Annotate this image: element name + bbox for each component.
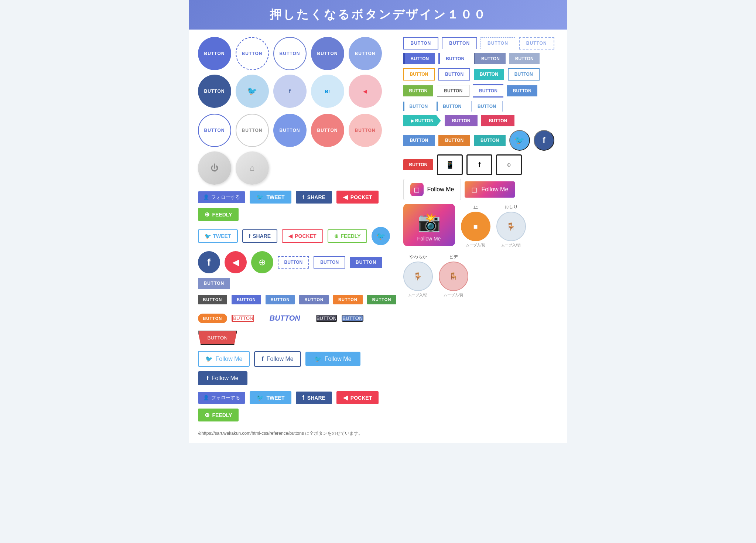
rrect-dark-btn[interactable]: BUTTON	[316, 315, 338, 322]
device-rss-btn[interactable]: ⊕	[496, 154, 522, 175]
follow-tw-filled-btn[interactable]: 🐦Follow Me	[305, 352, 360, 366]
circle-btn-1[interactable]: BUTTON	[198, 37, 231, 70]
r-pipe-btn-1[interactable]: BUTTON	[403, 102, 433, 111]
circle-buttons-row2: BUTTON BUTTON BUTTON BUTTON BUTTON ⏻ ⌂	[198, 114, 397, 185]
anim-sit-btn[interactable]: 🪑	[496, 212, 526, 241]
sm-lblue-btn[interactable]: BUTTON	[266, 295, 295, 304]
follow-jp-btn-2[interactable]: 👤 フォローする	[198, 392, 245, 404]
sm-orange-btn[interactable]: BUTTON	[333, 295, 363, 304]
anim-stop-btn[interactable]: ■	[461, 212, 490, 241]
dashed-rect-btn-1[interactable]: BUTTON	[278, 256, 309, 269]
pocket-circle-btn[interactable]: ◀	[349, 75, 382, 108]
lg-fb-btn[interactable]: f	[198, 251, 220, 273]
lg-pk-btn[interactable]: ◀	[225, 251, 247, 273]
rrect-diag-btn[interactable]: BUTTON	[198, 331, 237, 345]
circle-btn-3[interactable]: BUTTON	[273, 37, 307, 70]
share-pk-btn[interactable]: ◀POCKET	[336, 191, 379, 204]
sm-blue-btn[interactable]: BUTTON	[232, 295, 261, 304]
circle-outline-btn-1[interactable]: BUTTON	[198, 114, 231, 147]
r-lblue-btn[interactable]: BUTTON	[508, 68, 540, 81]
bottom-pk-btn[interactable]: ◀POCKET	[336, 391, 379, 404]
circle-btn-5[interactable]: BUTTON	[349, 37, 382, 70]
flat-tw-circle-btn[interactable]: 🐦	[372, 227, 390, 245]
ig-follow-outline-btn[interactable]: ◻ Follow Me	[403, 179, 461, 200]
r-pipe-btn-3[interactable]: BUTTON	[472, 102, 501, 111]
r-lborder-btn-1[interactable]: BUTTON	[403, 53, 435, 64]
ig-follow-filled-btn[interactable]: ◻ Follow Me	[465, 181, 515, 198]
share-fb-btn[interactable]: fSHARE	[296, 191, 332, 204]
follow-fb-outline-btn[interactable]: fFollow Me	[254, 351, 301, 367]
facebook-circle-btn[interactable]: f	[273, 75, 307, 108]
r-lborder-btn-2[interactable]: BUTTON	[438, 53, 470, 64]
share-fd-btn[interactable]: ⊕FEEDLY	[198, 208, 239, 221]
circle-outline-btn-2[interactable]: BUTTON	[236, 114, 269, 147]
ig-large-icon: 📸	[418, 211, 441, 233]
follow-tw-outline-btn[interactable]: 🐦Follow Me	[198, 351, 250, 367]
circle-mid-btn[interactable]: BUTTON	[273, 114, 307, 147]
circle-btn-4[interactable]: BUTTON	[311, 37, 344, 70]
r-ul-btn[interactable]: BUTTON	[473, 84, 503, 98]
power-btn[interactable]: ⏻	[198, 151, 231, 185]
twitter-circle-btn[interactable]: 🐦	[236, 75, 269, 108]
ig-large-btn[interactable]: 📸 Follow Me	[403, 204, 455, 246]
sm-green-btn[interactable]: BUTTON	[367, 295, 397, 304]
r-lborder-btn-3[interactable]: BUTTON	[474, 53, 506, 64]
r-dashed-btn-1[interactable]: BUTTON	[480, 37, 515, 49]
r-blue-btn[interactable]: BUTTON	[438, 68, 470, 81]
r-green-btn[interactable]: BUTTON	[403, 85, 434, 96]
bottom-fd-btn[interactable]: ⊕FEEDLY	[198, 409, 239, 421]
r-fill-teal-btn[interactable]: BUTTON	[474, 135, 506, 146]
device-phone-btn[interactable]: 📱	[437, 154, 463, 175]
flat-fd-btn[interactable]: ⊕FEEDLY	[328, 229, 367, 243]
circle-buttons-row1: BUTTON BUTTON BUTTON BUTTON BUTTON BUTTO…	[198, 37, 397, 108]
right-badge-row: BUTTON BUTTON BUTTON 🐦 f	[403, 130, 558, 151]
flat-pk-btn[interactable]: ◀POCKET	[282, 229, 323, 243]
r-wave-btn[interactable]: BUTTON	[403, 159, 434, 170]
r-outline-btn-1[interactable]: BUTTON	[403, 37, 439, 49]
fb-badge-btn[interactable]: f	[534, 130, 554, 151]
home-btn[interactable]: ⌂	[236, 151, 269, 185]
rrect-flat-btn[interactable]: BUTTON	[342, 315, 363, 322]
flat-tweet-btn[interactable]: 🐦TWEET	[198, 229, 238, 243]
circle-btn-2[interactable]: BUTTON	[236, 37, 269, 70]
follow-me-row: 🐦Follow Me fFollow Me 🐦Follow Me fFollow…	[198, 351, 397, 385]
flat-fb-btn[interactable]: fSHARE	[242, 229, 278, 243]
tweet-btn[interactable]: 🐦TWEET	[250, 191, 291, 204]
r-pipe-btn-2[interactable]: BUTTON	[437, 102, 466, 111]
r-teal-btn[interactable]: BUTTON	[474, 69, 504, 80]
solid-rect-btn-1[interactable]: BUTTON	[314, 256, 345, 269]
r-bracket-btn[interactable]: BUTTON	[439, 86, 467, 96]
circle-btn-6[interactable]: BUTTON	[198, 75, 231, 108]
anim-video-btn[interactable]: 🪑	[439, 262, 468, 291]
r-fill-orange-btn[interactable]: BUTTON	[438, 135, 470, 146]
right-outline-row1: BUTTON BUTTON BUTTON BUTTON	[403, 37, 558, 49]
circle-pink-outline-btn[interactable]: BUTTON	[349, 114, 382, 147]
r-solid-btn[interactable]: BUTTON	[507, 85, 537, 96]
circle-pink-btn[interactable]: BUTTON	[311, 114, 344, 147]
r-dashed-btn-2[interactable]: BUTTON	[519, 37, 554, 49]
r-arr-teal-btn[interactable]: ▶ BUTTON	[403, 115, 441, 126]
bottom-tweet-btn[interactable]: 🐦TWEET	[250, 391, 291, 404]
sm-mid-btn[interactable]: BUTTON	[299, 295, 329, 304]
device-tablet-btn[interactable]: f	[466, 154, 492, 175]
r-arr-red-btn[interactable]: BUTTON	[481, 115, 514, 126]
anim-soft-btn[interactable]: 🪑	[403, 262, 433, 291]
r-arr-purple-btn[interactable]: BUTTON	[445, 115, 478, 126]
r-lborder-btn-4[interactable]: BUTTON	[509, 53, 540, 64]
follow-jp-btn[interactable]: 👤 フォローする	[198, 191, 245, 203]
rounded-orange-btn[interactable]: BUTTON	[198, 314, 228, 323]
follow-fb-filled-btn[interactable]: fFollow Me	[198, 371, 247, 385]
big-button-btn[interactable]: BUTToN	[259, 310, 311, 326]
solid-mid-rect-btn[interactable]: BUTTON	[198, 278, 230, 289]
r-outline-btn-2[interactable]: BUTTON	[442, 37, 477, 49]
r-orange-btn[interactable]: BUTTON	[403, 68, 435, 81]
bottom-fb-btn[interactable]: fSHARE	[296, 392, 332, 404]
hatena-circle-btn[interactable]: B!	[311, 75, 344, 108]
ig-large-text: Follow Me	[417, 236, 441, 242]
sm-dark-btn[interactable]: BUTTON	[198, 295, 228, 304]
tw-badge-btn[interactable]: 🐦	[509, 130, 530, 151]
solid-blue-rect-btn[interactable]: BUTTON	[350, 257, 382, 268]
r-fill-blue-btn[interactable]: BUTTON	[403, 135, 435, 146]
lg-rss-btn[interactable]: ⊕	[251, 251, 273, 273]
rrect-red-btn[interactable]: BUTTON	[232, 315, 254, 322]
